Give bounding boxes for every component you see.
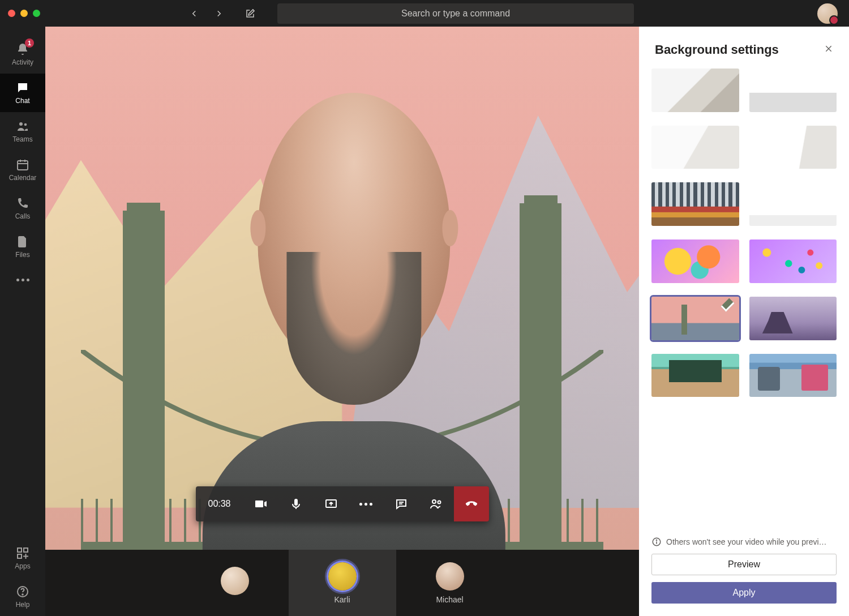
toggle-mic-button[interactable] bbox=[278, 486, 314, 521]
rail-help[interactable]: Help bbox=[0, 578, 45, 616]
more-icon bbox=[16, 279, 29, 281]
participant-tile[interactable]: Michael bbox=[396, 550, 504, 616]
hang-up-button[interactable] bbox=[454, 486, 489, 521]
background-settings-panel: Background settings Others won't see you… bbox=[639, 27, 849, 616]
rail-help-label: Help bbox=[16, 601, 30, 609]
close-panel-button[interactable] bbox=[824, 44, 833, 55]
call-duration: 00:38 bbox=[195, 499, 243, 509]
info-icon bbox=[651, 537, 662, 547]
bg-option-scifi-arch[interactable] bbox=[749, 297, 837, 340]
toggle-camera-button[interactable] bbox=[243, 486, 278, 521]
bg-option-white-gallery[interactable] bbox=[749, 126, 837, 169]
bg-option-abstract-balloons[interactable] bbox=[651, 239, 739, 283]
bg-option-room-window-1[interactable] bbox=[651, 69, 739, 112]
rail-activity-label: Activity bbox=[12, 58, 33, 66]
participant-avatar bbox=[436, 562, 464, 591]
rail-files[interactable]: Files bbox=[0, 228, 45, 266]
bg-option-white-stairs[interactable] bbox=[651, 126, 739, 169]
window-zoom-traffic-light[interactable] bbox=[33, 10, 40, 17]
rail-teams-label: Teams bbox=[12, 135, 32, 143]
bg-option-bridge-illustration[interactable] bbox=[651, 297, 739, 340]
activity-badge: 1 bbox=[25, 38, 34, 48]
svg-point-17 bbox=[432, 500, 436, 503]
show-conversation-button[interactable] bbox=[384, 486, 419, 521]
svg-rect-8 bbox=[18, 554, 22, 558]
rail-apps[interactable]: Apps bbox=[0, 539, 45, 578]
new-chat-button[interactable] bbox=[245, 8, 255, 19]
rail-chat[interactable]: Chat bbox=[0, 74, 45, 112]
bg-option-studio-plain[interactable] bbox=[749, 182, 837, 226]
rail-activity[interactable]: 1 Activity bbox=[0, 35, 45, 74]
svg-point-18 bbox=[438, 501, 440, 504]
svg-point-12 bbox=[22, 594, 23, 595]
rail-chat-label: Chat bbox=[15, 97, 29, 105]
title-bar: Search or type a command bbox=[0, 0, 849, 27]
share-screen-button[interactable] bbox=[314, 486, 349, 521]
svg-rect-2 bbox=[18, 161, 28, 170]
self-video: 00:38 bbox=[45, 27, 639, 550]
svg-point-0 bbox=[19, 122, 23, 126]
rail-calls[interactable]: Calls bbox=[0, 189, 45, 228]
background-options-grid bbox=[639, 63, 849, 528]
bg-option-loft-colorful[interactable] bbox=[651, 182, 739, 226]
bg-option-tech-lab[interactable] bbox=[749, 354, 837, 397]
rail-more-button[interactable] bbox=[0, 266, 45, 293]
apply-button[interactable]: Apply bbox=[651, 582, 837, 604]
search-input[interactable]: Search or type a command bbox=[277, 3, 634, 24]
participant-tile[interactable]: Karli bbox=[289, 550, 396, 616]
svg-point-1 bbox=[24, 123, 27, 126]
rail-calendar-label: Calendar bbox=[9, 174, 37, 182]
more-actions-button[interactable] bbox=[349, 486, 384, 521]
bg-option-classroom[interactable] bbox=[651, 354, 739, 397]
participant-tile[interactable] bbox=[181, 550, 289, 616]
call-stage: 00:38 bbox=[45, 27, 639, 616]
rail-teams[interactable]: Teams bbox=[0, 112, 45, 151]
svg-rect-7 bbox=[24, 548, 28, 552]
show-participants-button[interactable] bbox=[419, 486, 454, 521]
bg-option-abstract-spheres[interactable] bbox=[749, 239, 837, 283]
self-person bbox=[176, 63, 532, 550]
panel-title: Background settings bbox=[655, 42, 779, 57]
window-close-traffic-light[interactable] bbox=[8, 10, 15, 17]
preview-button[interactable]: Preview bbox=[651, 554, 837, 575]
call-controls: 00:38 bbox=[195, 486, 488, 521]
profile-avatar[interactable] bbox=[817, 3, 838, 24]
window-minimize-traffic-light[interactable] bbox=[20, 10, 28, 17]
nav-back-button[interactable] bbox=[189, 8, 199, 19]
participant-avatar bbox=[328, 562, 357, 591]
svg-rect-6 bbox=[18, 548, 22, 552]
app-rail: 1 Activity Chat Teams Calendar Calls Fil… bbox=[0, 27, 45, 616]
participants-strip: Karli Michael bbox=[45, 550, 639, 616]
rail-apps-label: Apps bbox=[15, 562, 30, 570]
preview-note-text: Others won't see your video while you pr… bbox=[666, 537, 827, 546]
participant-name: Karli bbox=[334, 595, 350, 604]
participant-avatar bbox=[221, 567, 249, 595]
svg-point-23 bbox=[656, 540, 657, 540]
bg-option-room-window-2[interactable] bbox=[749, 69, 837, 112]
preview-note: Others won't see your video while you pr… bbox=[651, 537, 837, 547]
rail-calendar[interactable]: Calendar bbox=[0, 151, 45, 189]
nav-forward-button[interactable] bbox=[214, 8, 224, 19]
rail-files-label: Files bbox=[15, 251, 29, 259]
more-icon bbox=[359, 503, 372, 506]
rail-calls-label: Calls bbox=[15, 212, 31, 220]
svg-rect-13 bbox=[294, 499, 298, 506]
participant-name: Michael bbox=[436, 595, 463, 604]
